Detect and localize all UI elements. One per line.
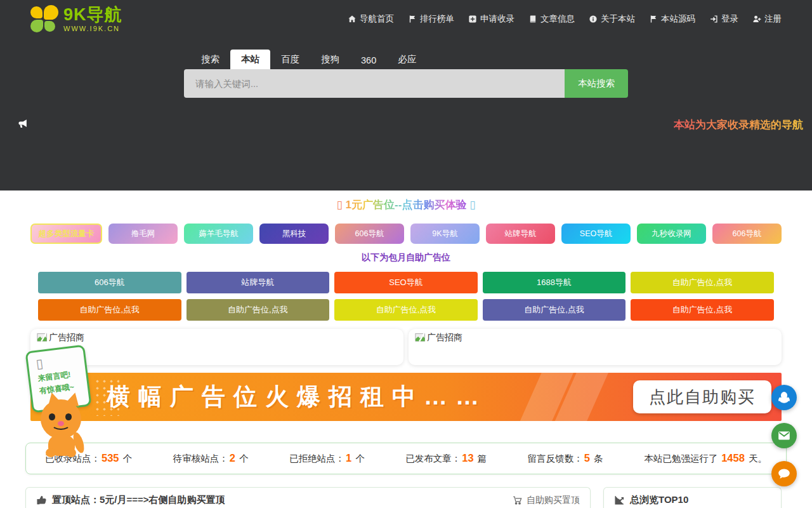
email-contact-button[interactable]: [771, 423, 797, 448]
qq-contact-button[interactable]: [771, 385, 797, 410]
promo-heading: ▯ 1元广告位--点击购买体验 ▯: [0, 197, 812, 212]
flag-icon: [408, 15, 417, 23]
banner-buy-button[interactable]: 点此自助购买: [633, 380, 771, 413]
tofu-glyph-right: ▯: [469, 199, 475, 211]
nav-item-login[interactable]: 登录: [709, 13, 738, 25]
broken-image-icon: [37, 332, 48, 343]
clover-logo-icon: [30, 5, 58, 33]
nav-item-submit[interactable]: 申请收录: [468, 13, 514, 25]
top-bar: 9K导航 WWW.I9K.CN 导航首页 排行榜单 申请收录 文章信息: [0, 0, 812, 33]
plus-square-icon: [468, 15, 477, 23]
site-domain: WWW.I9K.CN: [63, 25, 122, 32]
site-title: 9K导航: [63, 6, 122, 23]
buy-pinned-button[interactable]: 自助购买置顶: [513, 495, 580, 506]
announcement-row: 本站为大家收录精选的导航: [0, 117, 812, 132]
book-icon: [528, 15, 537, 23]
ad-button[interactable]: 606导航: [712, 224, 782, 244]
nav-item-home[interactable]: 导航首页: [348, 13, 394, 25]
stat-feedback: 留言反馈数：5 条: [528, 452, 603, 465]
monthly-ad-row-2: 自助广告位,点我 自助广告位,点我 自助广告位,点我 自助广告位,点我 自助广告…: [38, 299, 774, 321]
top10-title: 总浏览TOP10: [630, 494, 688, 506]
ad-button[interactable]: SEO导航: [334, 272, 478, 293]
ad-alt-text: 广告招商: [427, 332, 462, 344]
home-icon: [348, 15, 357, 23]
ad-button[interactable]: 1688导航: [483, 272, 626, 293]
chart-line-icon: [614, 495, 625, 505]
stat-rejected-sites: 已拒绝站点：1 个: [289, 452, 365, 465]
ad-placeholder-row: 广告招商 广告招商: [30, 329, 782, 365]
bottom-panels: 置顶站点：5元/月===>右侧自助购买置顶 自助购买置顶 总浏览TOP10: [25, 487, 782, 508]
thumbs-up-icon: [36, 495, 47, 505]
ad-button[interactable]: 自助广告位,点我: [631, 299, 774, 321]
tofu-glyph-left: ▯: [337, 199, 343, 211]
banner-headline: 横幅广告位火爆招租中……: [107, 381, 487, 413]
ad-button[interactable]: 超多类型流量卡: [30, 224, 102, 244]
stat-pending-sites: 待审核站点：2 个: [173, 452, 249, 465]
user-plus-icon: [752, 15, 761, 23]
site-stats-bar: 已收录站点：535 个 待审核站点：2 个 已拒绝站点：1 个 已发布文章：13…: [25, 443, 787, 474]
site-logo[interactable]: 9K导航 WWW.I9K.CN: [30, 5, 122, 33]
monthly-ad-row-1: 606导航 站牌导航 SEO导航 1688导航 自助广告位,点我: [38, 272, 774, 293]
banner-ad[interactable]: 横幅广告位火爆招租中…… 点此自助购买: [30, 373, 782, 421]
ad-button[interactable]: 薅羊毛导航: [184, 224, 253, 244]
nav-item-articles[interactable]: 文章信息: [528, 13, 575, 25]
search-button[interactable]: 本站搜索: [565, 69, 628, 98]
search-input[interactable]: [184, 69, 565, 98]
monthly-ads-heading: 以下为包月自助广告位: [0, 252, 812, 264]
tab-baidu[interactable]: 百度: [270, 50, 310, 69]
tab-search-label[interactable]: 搜索: [190, 50, 230, 69]
pinned-title: 置顶站点：5元/月===>右侧自助购买置顶: [52, 494, 225, 506]
nav-item-about[interactable]: 关于本站: [589, 13, 635, 25]
nav-item-ranking[interactable]: 排行榜单: [408, 13, 454, 25]
ad-button[interactable]: 自助广告位,点我: [631, 272, 774, 293]
ad-button[interactable]: SEO导航: [561, 224, 631, 244]
ad-button[interactable]: 自助广告位,点我: [38, 299, 181, 321]
tab-this-site[interactable]: 本站: [230, 50, 270, 69]
ad-button[interactable]: 站牌导航: [486, 224, 555, 244]
tab-360[interactable]: 360: [350, 51, 387, 69]
cat-mascot: [35, 392, 98, 458]
ad-button[interactable]: 9K导航: [410, 224, 480, 244]
qq-icon: [777, 391, 791, 404]
ad-button[interactable]: 606导航: [38, 272, 181, 293]
broken-image-icon: [415, 332, 426, 343]
ad-button[interactable]: 九秒收录网: [637, 224, 706, 244]
sign-in-icon: [709, 15, 718, 23]
ad-button[interactable]: 606导航: [335, 224, 404, 244]
ad-button[interactable]: 自助广告位,点我: [334, 299, 478, 321]
cart-icon: [513, 495, 523, 505]
main-nav: 导航首页 排行榜单 申请收录 文章信息 关于本站 本站源码: [348, 13, 782, 25]
ad-button[interactable]: 黑科技: [259, 224, 329, 244]
stat-articles: 已发布文章：13 篇: [405, 452, 487, 465]
hero-section: 9K导航 WWW.I9K.CN 导航首页 排行榜单 申请收录 文章信息: [0, 0, 812, 190]
tab-sogou[interactable]: 搜狗: [310, 50, 350, 69]
mascot-widget: ▯ 来留言吧! 有惊喜哦~: [25, 347, 102, 458]
pinned-sites-panel: 置顶站点：5元/月===>右侧自助购买置顶 自助购买置顶: [25, 487, 591, 508]
top10-panel: 总浏览TOP10: [603, 487, 782, 508]
search-area: 搜索 本站 百度 搜狗 360 必应 本站搜索: [184, 50, 628, 98]
nav-item-source[interactable]: 本站源码: [649, 13, 695, 25]
feedback-chat-button[interactable]: [771, 461, 797, 486]
nav-item-register[interactable]: 注册: [752, 13, 782, 25]
bullhorn-icon: [17, 118, 29, 132]
flag-icon: [649, 15, 658, 23]
info-circle-icon: [589, 15, 598, 23]
ad-button[interactable]: 撸毛网: [108, 224, 178, 244]
search-engine-tabs: 搜索 本站 百度 搜狗 360 必应: [184, 50, 628, 69]
gradient-ad-row: 超多类型流量卡 撸毛网 薅羊毛导航 黑科技 606导航 9K导航 站牌导航 SE…: [30, 224, 782, 244]
announcement-marquee: 本站为大家收录精选的导航: [674, 117, 803, 132]
ad-button[interactable]: 自助广告位,点我: [483, 299, 626, 321]
ad-alt-text: 广告招商: [49, 332, 84, 344]
chat-bubble-icon: [777, 467, 791, 481]
envelope-icon: [777, 429, 791, 443]
ad-placeholder-card[interactable]: 广告招商: [409, 329, 782, 365]
tab-bing[interactable]: 必应: [387, 50, 427, 69]
ad-button[interactable]: 站牌导航: [187, 272, 330, 293]
ad-button[interactable]: 自助广告位,点我: [187, 299, 330, 321]
stat-days-running: 本站已勉强运行了 1458 天。: [644, 452, 767, 465]
